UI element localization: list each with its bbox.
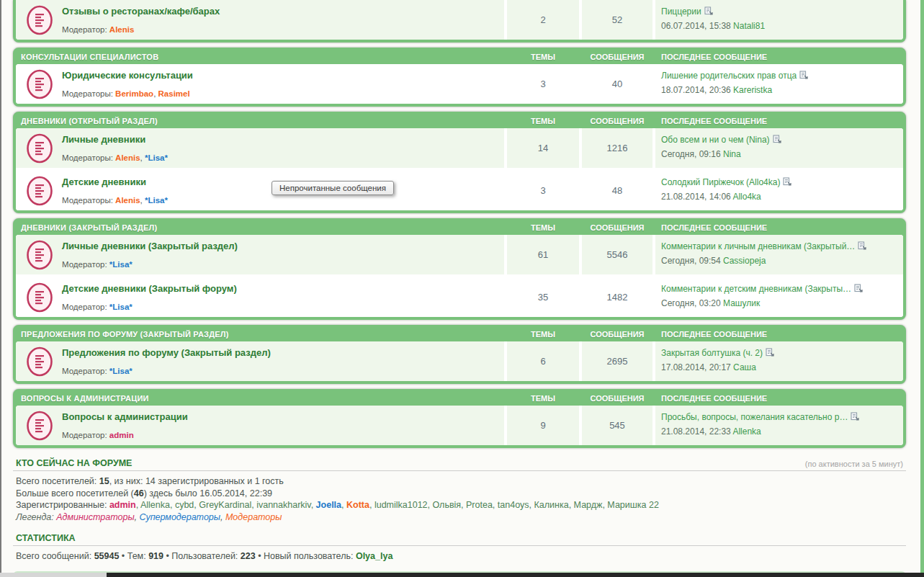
posts-count: 5546 xyxy=(582,235,652,274)
category-section-diaries-open: ДНЕВНИКИ (ОТКРЫТЫЙ РАЗДЕЛ) ТЕМЫ СООБЩЕНИ… xyxy=(13,112,906,213)
category-title[interactable]: ДНЕВНИКИ (ОТКРЫТЫЙ РАЗДЕЛ) xyxy=(16,117,504,125)
last-post-author-link[interactable]: Natali81 xyxy=(733,21,765,31)
legend-mods-link[interactable]: Модераторы xyxy=(225,512,282,522)
statistics-title: СТАТИСТИКА xyxy=(16,533,76,543)
moderator-link[interactable]: Berimbao xyxy=(115,89,153,98)
category-section-consultations: КОНСУЛЬТАЦИИ СПЕЦИАЛИСТОВ ТЕМЫ СООБЩЕНИЯ… xyxy=(13,48,906,107)
goto-last-post-icon[interactable] xyxy=(854,284,864,297)
forum-link[interactable]: Отзывы о ресторанах/кафе/барах xyxy=(62,6,220,17)
forum-link[interactable]: Личные дневники xyxy=(62,134,145,145)
column-header-lastpost: ПОСЛЕДНЕЕ СООБЩЕНИЕ xyxy=(655,53,903,61)
last-post-link[interactable]: Комментарии к детским дневникам (Закрыты… xyxy=(661,284,851,294)
last-post-author-link[interactable]: Машулик xyxy=(723,298,760,308)
user-link-moderator[interactable]: Kotta xyxy=(346,500,369,510)
last-post-author-link[interactable]: Cassiopeja xyxy=(723,256,766,266)
forum-icon[interactable] xyxy=(26,176,53,206)
forum-row: Личные дневники (Закрытый раздел) Модера… xyxy=(16,235,903,274)
category-title[interactable]: ДНЕВНИКИ (ЗАКРЫТЫЙ РАЗДЕЛ) xyxy=(16,223,504,232)
moderator-link[interactable]: Rasimel xyxy=(158,89,190,98)
forum-row: Вопросы к администрации Модератор: admin… xyxy=(16,406,903,445)
column-header-posts: СООБЩЕНИЯ xyxy=(582,394,652,403)
moderator-line: Модератор: *Lisa* xyxy=(62,303,498,311)
moderator-link[interactable]: admin xyxy=(109,431,134,439)
posts-count: 52 xyxy=(582,0,652,40)
forum-icon[interactable] xyxy=(26,240,53,270)
forum-link[interactable]: Вопросы к администрации xyxy=(62,411,188,422)
whos-online-section: КТО СЕЙЧАС НА ФОРУМЕ (по активности за 5… xyxy=(13,458,906,523)
moderator-link[interactable]: *Lisa* xyxy=(109,303,133,311)
topics-count: 9 xyxy=(507,406,579,445)
moderator-link[interactable]: Alenis xyxy=(115,153,140,162)
category-title[interactable]: ВОПРОСЫ К АДМИНИСТРАЦИИ xyxy=(16,394,504,403)
moderator-link[interactable]: Alenis xyxy=(109,25,135,34)
last-post-author-link[interactable]: Nina xyxy=(723,149,741,159)
last-post-link[interactable]: Обо всем и ни о чем (Nina) xyxy=(661,135,770,145)
forum-icon[interactable] xyxy=(26,346,53,377)
statistics-section: СТАТИСТИКА Всего сообщений: 55945 • Тем:… xyxy=(13,533,906,563)
legend-admins-link[interactable]: Администраторы xyxy=(56,512,134,522)
goto-last-post-icon[interactable] xyxy=(704,6,714,19)
goto-last-post-icon[interactable] xyxy=(783,177,792,190)
moderator-line: Модераторы: Berimbao, Rasimel xyxy=(62,89,498,98)
statistics-line: Всего сообщений: 55945 • Тем: 919 • Поль… xyxy=(16,550,903,563)
forum-icon[interactable] xyxy=(26,69,53,99)
forum-icon[interactable] xyxy=(26,282,53,313)
moderator-line: Модераторы: Alenis, *Lisa* xyxy=(62,196,498,205)
posts-count: 1216 xyxy=(582,128,652,168)
category-title[interactable]: ПРЕДЛОЖЕНИЯ ПО ФОРУМУ (ЗАКРЫТЫЙ РАЗДЕЛ) xyxy=(16,330,504,339)
goto-last-post-icon[interactable] xyxy=(858,241,867,254)
category-title[interactable]: КОНСУЛЬТАЦИИ СПЕЦИАЛИСТОВ xyxy=(16,53,504,61)
last-post-meta: Сегодня, 03:20 Машулик xyxy=(661,297,897,310)
moderator-label: Модераторы: xyxy=(62,196,113,205)
goto-last-post-icon[interactable] xyxy=(773,135,782,148)
forum-link[interactable]: Предложения по форуму (Закрытый раздел) xyxy=(62,347,271,358)
forum-row: Предложения по форуму (Закрытый раздел) … xyxy=(16,341,903,381)
last-post-meta: 17.08.2014, 20:17 Саша xyxy=(661,361,897,374)
goto-last-post-icon[interactable] xyxy=(851,412,860,425)
moderator-line: Модератор: *Lisa* xyxy=(62,260,498,269)
forum-link[interactable]: Детские дневники xyxy=(62,176,146,187)
column-header-topics: ТЕМЫ xyxy=(507,53,579,61)
window-bottom-edge xyxy=(0,573,924,577)
posts-count: 2695 xyxy=(582,341,652,381)
last-post-link[interactable]: Пиццерии xyxy=(661,6,701,17)
last-post-link[interactable]: Просьбы, вопросы, пожелания касательно р… xyxy=(661,412,848,422)
last-post-link[interactable]: Лишение родительских прав отца xyxy=(661,71,797,81)
last-post-author-link[interactable]: Allenka xyxy=(732,426,761,437)
goto-last-post-icon[interactable] xyxy=(766,348,775,361)
topics-count: 3 xyxy=(507,171,579,210)
topics-count: 3 xyxy=(507,64,579,104)
user-link-supermod[interactable]: Joella xyxy=(316,500,341,510)
last-post-author-link[interactable]: Саша xyxy=(733,362,756,372)
newest-user-link[interactable]: Olya_lya xyxy=(356,551,393,561)
last-post-author-link[interactable]: Allo4ka xyxy=(732,192,761,202)
goto-last-post-icon[interactable] xyxy=(799,71,809,84)
last-post-link[interactable]: Солодкий Пиріжечок (Allo4ka) xyxy=(661,177,780,187)
last-post-link[interactable]: Комментарии к личным дневникам (Закрытый… xyxy=(661,241,855,251)
forum-icon[interactable] xyxy=(26,5,53,35)
last-post-meta: 18.07.2014, 20:36 Kareristka xyxy=(661,84,897,97)
moderator-label: Модераторы: xyxy=(62,89,113,98)
forum-icon[interactable] xyxy=(26,133,53,164)
last-post-link[interactable]: Закрытая болтушка (ч. 2) xyxy=(661,348,763,358)
moderator-link[interactable]: *Lisa* xyxy=(109,260,133,269)
column-header-lastpost: ПОСЛЕДНЕЕ СООБЩЕНИЕ xyxy=(655,330,903,339)
moderator-label: Модератор: xyxy=(62,303,107,311)
moderator-link[interactable]: *Lisa* xyxy=(145,196,168,205)
last-post-author-link[interactable]: Kareristka xyxy=(733,85,772,95)
forum-link[interactable]: Детские дневники (Закрытый форум) xyxy=(62,283,237,294)
forum-link[interactable]: Юридические консультации xyxy=(62,70,193,81)
column-header-topics: ТЕМЫ xyxy=(507,117,579,125)
moderator-link[interactable]: *Lisa* xyxy=(145,153,168,162)
moderator-link[interactable]: *Lisa* xyxy=(109,367,133,375)
moderator-link[interactable]: Alenis xyxy=(115,196,140,205)
forum-icon[interactable] xyxy=(26,411,53,441)
moderator-label: Модератор: xyxy=(62,431,107,439)
posts-count: 1482 xyxy=(582,277,652,317)
column-header-topics: ТЕМЫ xyxy=(507,223,579,232)
record-line: Больше всего посетителей (46) здесь было… xyxy=(16,488,903,500)
forum-link[interactable]: Личные дневники (Закрытый раздел) xyxy=(62,241,238,251)
user-link-admin[interactable]: admin xyxy=(109,500,136,510)
last-post-meta: Сегодня, 09:54 Cassiopeja xyxy=(661,254,897,267)
legend-supermods-link[interactable]: Супермодераторы xyxy=(140,512,220,522)
